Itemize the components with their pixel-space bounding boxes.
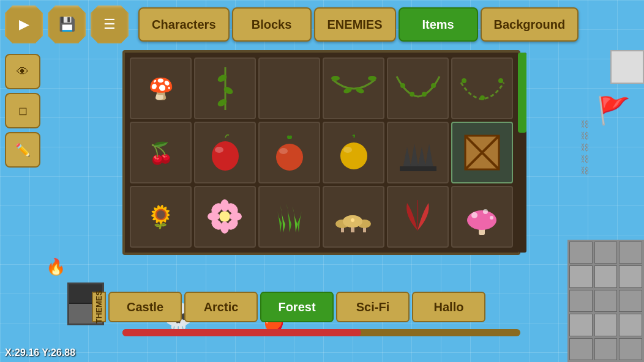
vine-chain-icon bbox=[458, 73, 507, 104]
item-red-leaf[interactable] bbox=[387, 186, 449, 248]
toolbar: ▶ 💾 ☰ Characters Blocks ENEMIES Items Ba… bbox=[0, 0, 644, 49]
svg-point-51 bbox=[483, 209, 488, 214]
menu-icon: ☰ bbox=[103, 17, 116, 32]
stone-block bbox=[619, 338, 642, 360]
svg-point-52 bbox=[490, 216, 493, 220]
progress-fill bbox=[122, 329, 361, 336]
svg-point-30 bbox=[219, 211, 230, 222]
stone-block bbox=[619, 265, 642, 287]
left-sidebar: 👁 ◻ ✏️ bbox=[0, 49, 46, 172]
svg-marker-21 bbox=[403, 147, 411, 168]
tab-items[interactable]: Items bbox=[399, 7, 478, 42]
theme-arctic[interactable]: Arctic bbox=[184, 292, 258, 322]
stone-block bbox=[594, 242, 618, 264]
cherry-emoji: 🍒 bbox=[148, 142, 174, 163]
pencil-icon: ✏️ bbox=[15, 142, 31, 157]
svg-point-19 bbox=[340, 142, 367, 169]
themes-bar: THEMES Castle Arctic Forest Sci-Fi Hallo bbox=[92, 289, 644, 325]
stone-block bbox=[594, 338, 618, 360]
item-mushroom-cluster[interactable] bbox=[323, 186, 384, 248]
themes-label: THEMES bbox=[92, 292, 106, 322]
mushroom-cluster-icon bbox=[332, 197, 375, 237]
item-empty-2[interactable] bbox=[258, 57, 320, 119]
item-flower[interactable] bbox=[194, 186, 256, 248]
panel-scrollbar[interactable] bbox=[518, 53, 526, 253]
item-vine-necklace[interactable] bbox=[387, 57, 449, 119]
svg-point-9 bbox=[410, 92, 414, 97]
theme-castle[interactable]: Castle bbox=[108, 292, 182, 322]
menu-button[interactable]: ☰ bbox=[91, 6, 129, 43]
tab-blocks[interactable]: Blocks bbox=[232, 7, 312, 42]
red-leaf-icon bbox=[398, 197, 438, 237]
item-sunflower[interactable]: 🌻 bbox=[130, 186, 192, 248]
item-crate[interactable] bbox=[451, 122, 513, 183]
flag-decoration: 🚩 bbox=[597, 95, 631, 127]
svg-point-8 bbox=[400, 83, 405, 88]
apple-svg-icon bbox=[207, 133, 244, 172]
stone-block bbox=[569, 242, 593, 264]
orange-svg-icon bbox=[335, 133, 372, 172]
svg-point-15 bbox=[212, 141, 239, 171]
grass-clump-icon bbox=[268, 199, 311, 235]
tab-enemies[interactable]: ENEMIES bbox=[314, 7, 396, 42]
save-icon: 💾 bbox=[59, 17, 75, 32]
nav-tabs: Characters Blocks ENEMIES Items Backgrou… bbox=[138, 7, 578, 42]
stone-block bbox=[569, 265, 593, 287]
theme-hallo[interactable]: Hallo bbox=[412, 292, 485, 322]
theme-forest[interactable]: Forest bbox=[260, 292, 334, 322]
item-empty-1[interactable] bbox=[194, 57, 256, 119]
item-cherry[interactable]: 🍒 bbox=[130, 122, 192, 183]
svg-marker-23 bbox=[417, 147, 426, 168]
tab-characters[interactable]: Characters bbox=[138, 7, 230, 42]
svg-marker-24 bbox=[425, 144, 433, 168]
items-grid: 🍄 bbox=[130, 57, 513, 248]
pink-mushroom-icon bbox=[462, 197, 502, 237]
svg-rect-25 bbox=[400, 166, 436, 171]
flower-svg-icon bbox=[205, 197, 245, 237]
pencil-button[interactable]: ✏️ bbox=[5, 132, 40, 168]
svg-point-4 bbox=[331, 76, 340, 81]
stone-block bbox=[569, 338, 593, 360]
torch-decoration: 🔥 bbox=[46, 257, 66, 276]
item-vine-arc[interactable] bbox=[323, 57, 384, 119]
tomato-svg-icon bbox=[271, 133, 308, 172]
eraser-button[interactable]: ◻ bbox=[5, 93, 40, 128]
item-tomato[interactable] bbox=[258, 122, 320, 183]
svg-point-7 bbox=[368, 76, 376, 81]
svg-point-17 bbox=[276, 144, 303, 171]
svg-point-1 bbox=[216, 73, 228, 83]
scrollbar-thumb bbox=[518, 53, 526, 133]
item-spikes[interactable] bbox=[387, 122, 449, 183]
item-vine-chain[interactable] bbox=[451, 57, 513, 119]
svg-point-3 bbox=[216, 97, 228, 108]
eye-button[interactable]: 👁 bbox=[5, 54, 40, 89]
item-grass-clump[interactable] bbox=[258, 186, 320, 248]
svg-point-13 bbox=[480, 95, 485, 100]
items-panel: 🍄 bbox=[122, 50, 520, 255]
eye-icon: 👁 bbox=[17, 65, 29, 79]
svg-marker-22 bbox=[410, 144, 419, 168]
theme-scifi[interactable]: Sci-Fi bbox=[336, 292, 410, 322]
item-orange[interactable] bbox=[323, 122, 384, 183]
vine-v-icon bbox=[213, 67, 238, 110]
progress-bar bbox=[122, 329, 520, 336]
item-mushroom[interactable]: 🍄 bbox=[130, 57, 192, 119]
stone-block bbox=[594, 265, 618, 287]
svg-point-49 bbox=[467, 210, 496, 230]
coordinates: X:29.16 Y:26.88 bbox=[5, 347, 75, 358]
vine-necklace-icon bbox=[394, 73, 443, 104]
eraser-icon: ◻ bbox=[18, 104, 28, 117]
tab-background[interactable]: Background bbox=[481, 7, 579, 42]
svg-point-14 bbox=[498, 78, 503, 83]
chain-decoration: ⛓ ⛓ ⛓ ⛓ ⛓ bbox=[580, 119, 589, 175]
crate-svg-icon bbox=[462, 133, 502, 172]
play-button[interactable]: ▶ bbox=[5, 6, 43, 43]
stone-block bbox=[619, 242, 642, 264]
mushroom-emoji: 🍄 bbox=[148, 78, 174, 99]
svg-point-12 bbox=[462, 78, 466, 83]
spikes-svg-icon bbox=[397, 135, 440, 171]
item-apple[interactable] bbox=[194, 122, 256, 183]
item-pink-mushroom[interactable] bbox=[451, 186, 513, 248]
save-button[interactable]: 💾 bbox=[48, 6, 86, 43]
theme-tabs: Castle Arctic Forest Sci-Fi Hallo bbox=[108, 292, 485, 322]
